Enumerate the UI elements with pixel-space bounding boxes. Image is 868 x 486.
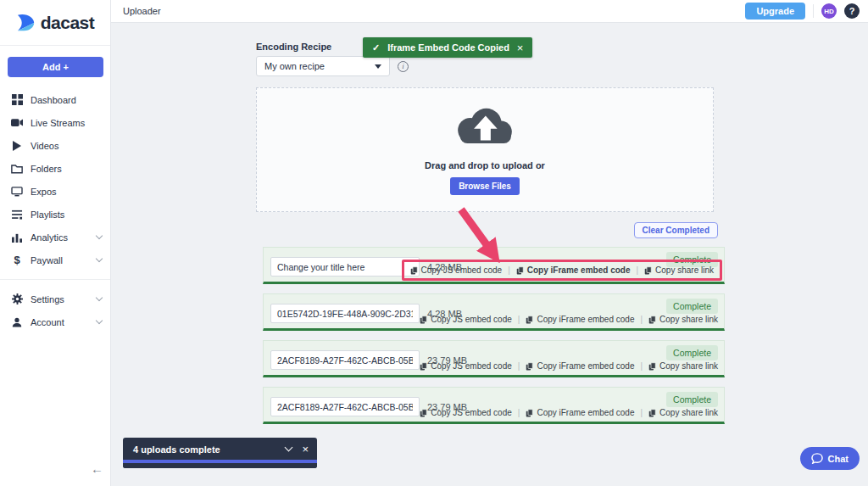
collapse-sidebar-arrow[interactable]: ← [91, 461, 103, 476]
sidebar-item-account[interactable]: Account [0, 310, 110, 333]
copy-share-link[interactable]: Copy share link [648, 315, 718, 324]
title-input[interactable] [270, 350, 420, 370]
browse-files-button[interactable]: Browse Files [450, 177, 520, 195]
encoding-recipe-value: My own recipe [264, 61, 325, 71]
title-input[interactable] [270, 257, 420, 277]
separator: | [518, 408, 520, 417]
title-input[interactable] [270, 304, 420, 323]
upload-row: 4.28 MB Complete Copy JS embed code | Co… [263, 247, 725, 284]
person-icon [11, 316, 23, 328]
copy-icon [648, 362, 656, 371]
copy-icon [648, 316, 656, 324]
dollar-icon: $ [11, 254, 23, 266]
upgrade-button[interactable]: Upgrade [745, 3, 805, 20]
copy-icon [516, 266, 524, 275]
sidebar-item-label: Settings [31, 294, 97, 304]
copy-share-link[interactable]: Copy share link [644, 265, 714, 275]
main-content: ✓ Iframe Embed Code Copied × Encoding Re… [111, 23, 868, 486]
sidebar-item-folders[interactable]: Folders [0, 157, 110, 180]
copy-icon [420, 409, 427, 417]
separator: | [640, 361, 643, 371]
clear-completed-button[interactable]: Clear Completed [634, 222, 718, 238]
chevron-down-icon [96, 232, 103, 239]
toast-close-icon[interactable]: × [302, 444, 309, 455]
status-badge: Complete [666, 345, 718, 360]
separator: | [518, 361, 520, 371]
sidebar-item-expos[interactable]: Expos [0, 180, 110, 203]
sidebar-divider [0, 279, 110, 280]
encoding-recipe-select[interactable]: My own recipe [256, 56, 390, 76]
chat-bubble-icon [811, 453, 823, 464]
topbar: Uploader Upgrade HD ? [111, 0, 868, 23]
dashboard-icon [11, 94, 23, 106]
sidebar-item-analytics[interactable]: Analytics [0, 226, 110, 249]
dacast-logo-text: dacast [41, 13, 95, 33]
separator: | [640, 315, 643, 324]
sidebar-item-dashboard[interactable]: Dashboard [0, 88, 110, 111]
status-badge: Complete [666, 392, 718, 407]
dropzone-prompt: Drag and drop to upload or [425, 160, 545, 170]
sidebar-item-playlists[interactable]: Playlists [0, 203, 110, 226]
sidebar: dacast Add + Dashboard Live Streams Vide… [0, 0, 111, 486]
copy-icon [526, 362, 533, 371]
sidebar-item-label: Analytics [31, 232, 97, 243]
upload-row: 4.28 MB Complete Copy JS embed code | Co… [263, 293, 725, 331]
chat-button-label: Chat [828, 454, 849, 464]
play-icon [11, 140, 23, 152]
chevron-down-icon [96, 294, 103, 301]
copy-js-embed-link[interactable]: Copy JS embed code [420, 315, 512, 324]
copy-actions-highlighted: Copy JS embed code | Copy iFrame embed c… [402, 260, 722, 281]
sidebar-item-paywall[interactable]: $ Paywall [0, 249, 110, 271]
copy-js-embed-link[interactable]: Copy JS embed code [410, 265, 503, 275]
success-toast: ✓ Iframe Embed Code Copied × [363, 37, 532, 58]
add-button[interactable]: Add + [8, 57, 103, 77]
separator: | [640, 408, 643, 417]
select-caret-icon [375, 64, 381, 69]
copy-actions: Copy JS embed code | Copy iFrame embed c… [420, 408, 718, 417]
copy-icon [420, 316, 427, 324]
help-icon[interactable]: ? [844, 3, 860, 19]
sidebar-item-label: Folders [31, 164, 102, 174]
video-camera-icon [11, 117, 23, 129]
status-badge: Complete [666, 299, 718, 314]
chat-button[interactable]: Chat [800, 447, 860, 470]
info-icon[interactable]: i [398, 61, 409, 72]
sidebar-item-videos[interactable]: Videos [0, 134, 110, 157]
chevron-down-icon [96, 255, 103, 262]
dacast-logo-icon [16, 14, 36, 32]
toast-close-icon[interactable]: × [517, 42, 524, 54]
copy-iframe-embed-link[interactable]: Copy iFrame embed code [516, 265, 631, 275]
sidebar-item-label: Account [31, 317, 97, 327]
title-input[interactable] [270, 397, 420, 416]
topbar-divider [813, 4, 814, 18]
toast-message: Iframe Embed Code Copied [387, 42, 509, 53]
copy-icon [526, 409, 533, 417]
copy-iframe-embed-link[interactable]: Copy iFrame embed code [526, 361, 634, 371]
checkmark-icon: ✓ [372, 42, 380, 53]
playlist-icon [11, 209, 23, 221]
sidebar-nav: Dashboard Live Streams Videos Folders Ex… [0, 88, 110, 333]
copy-js-embed-link[interactable]: Copy JS embed code [420, 408, 512, 417]
avatar[interactable]: HD [821, 3, 837, 19]
sidebar-item-label: Expos [31, 187, 102, 197]
collapse-chevron-icon[interactable] [285, 444, 293, 452]
upload-dropzone[interactable]: Drag and drop to upload or Browse Files [256, 87, 714, 212]
uploads-status-toast: 4 uploads complete × [123, 438, 317, 468]
dacast-logo[interactable]: dacast [0, 0, 110, 46]
uploads-list: 4.28 MB Complete Copy JS embed code | Co… [263, 247, 725, 424]
sidebar-item-label: Videos [31, 141, 102, 151]
separator: | [508, 265, 510, 275]
copy-icon [526, 316, 533, 324]
copy-js-embed-link[interactable]: Copy JS embed code [420, 361, 512, 371]
copy-share-link[interactable]: Copy share link [648, 361, 718, 371]
sidebar-item-live-streams[interactable]: Live Streams [0, 111, 110, 134]
monitor-icon [11, 186, 23, 198]
copy-iframe-embed-link[interactable]: Copy iFrame embed code [526, 408, 634, 417]
sidebar-item-label: Playlists [31, 209, 102, 220]
copy-iframe-embed-link[interactable]: Copy iFrame embed code [526, 315, 634, 324]
separator: | [518, 315, 520, 324]
sidebar-item-label: Dashboard [31, 95, 102, 105]
sidebar-item-settings[interactable]: Settings [0, 288, 110, 310]
copy-share-link[interactable]: Copy share link [648, 408, 718, 417]
sidebar-item-label: Live Streams [31, 118, 102, 128]
